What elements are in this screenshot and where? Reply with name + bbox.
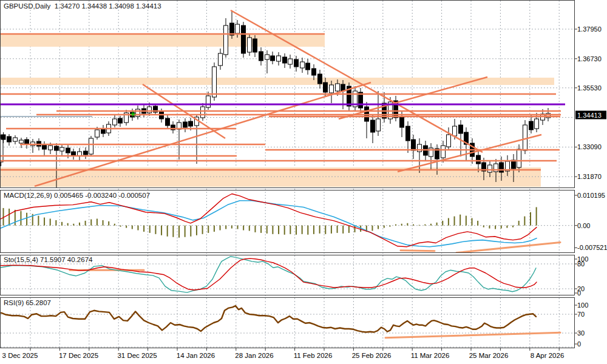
macd-histogram-bar (395, 224, 396, 226)
macd-histogram-bar (214, 226, 215, 232)
macd-histogram-bar (50, 218, 51, 225)
macd-histogram-bar (178, 226, 180, 238)
macd-histogram-bar (254, 226, 256, 232)
price-axis-label: 1.33090 (577, 143, 602, 150)
price-axis-label: 1.35530 (577, 84, 602, 92)
candle-bullish (288, 59, 293, 64)
macd-histogram-bar (407, 223, 408, 226)
macd-histogram-bar (120, 226, 121, 227)
rsi-axis-label: 70 (577, 311, 585, 318)
candle-bullish (13, 138, 18, 141)
candle-bearish (189, 121, 193, 126)
main-chart-title: GBPUSD,Daily 1.34270 1.34438 1.34098 1.3… (4, 2, 161, 10)
macd-histogram-bar (313, 226, 314, 234)
current-price-label: 1.34413 (577, 112, 602, 119)
candle-bearish (166, 118, 170, 126)
macd-histogram-bar (401, 224, 402, 226)
candle-bearish (7, 136, 12, 142)
candle-bearish (259, 52, 263, 61)
candle-bearish (242, 25, 246, 53)
macd-histogram-bar (132, 226, 133, 229)
macd-histogram-bar (266, 226, 268, 234)
candle-bearish (324, 83, 328, 92)
candle-bullish (95, 130, 100, 137)
macd-histogram-bar (337, 226, 338, 233)
macd-histogram-bar (155, 226, 156, 234)
candle-bullish (201, 107, 205, 118)
macd-histogram-bar (413, 224, 414, 226)
price-axis-label: 1.31870 (577, 173, 602, 180)
date-axis-label: 3 Dec 2025 (2, 352, 38, 359)
macd-histogram-bar (466, 216, 467, 226)
macd-histogram-bar (185, 226, 186, 237)
macd-histogram-bar (137, 226, 138, 231)
macd-histogram-bar (143, 226, 144, 232)
date-axis-label: 31 Dec 2025 (117, 352, 157, 359)
macd-histogram-bar (483, 226, 484, 228)
macd-histogram-bar (61, 222, 63, 226)
candle-bullish (277, 56, 281, 61)
candle-bearish (271, 56, 275, 61)
candle-bullish (49, 146, 53, 150)
candle-bearish (1, 135, 5, 140)
macd-histogram-bar (249, 226, 250, 231)
sto-axis-label: 80 (577, 260, 585, 268)
macd-histogram-bar (231, 226, 232, 229)
candle-bullish (535, 119, 539, 129)
candle-bullish (206, 96, 211, 107)
macd-histogram-bar (331, 226, 332, 234)
stochastic-title: Sto(15,5,4) 71.5907 40.2674 (4, 256, 92, 263)
candle-bearish (118, 118, 123, 123)
macd-histogram-bar (524, 217, 525, 226)
macd-histogram-bar (149, 226, 151, 233)
date-axis-label: 8 Apr 2026 (531, 352, 565, 359)
date-axis-label: 17 Dec 2025 (59, 352, 98, 359)
macd-histogram-bar (90, 219, 92, 225)
macd-axis-label: 0.00 (577, 222, 590, 229)
macd-histogram-bar (8, 209, 10, 226)
candle-bullish (488, 165, 492, 172)
candle-bearish (318, 74, 322, 84)
macd-histogram-bar (459, 215, 461, 226)
macd-histogram-bar (384, 226, 385, 228)
macd-histogram-bar (73, 224, 74, 226)
candle-bearish (459, 125, 463, 133)
macd-histogram-bar (419, 225, 420, 226)
macd-histogram-bar (97, 218, 98, 225)
macd-histogram-bar (296, 226, 297, 235)
macd-histogram-bar (284, 226, 285, 235)
candle-bearish (400, 116, 404, 127)
candle-bearish (312, 69, 316, 75)
macd-histogram-bar (354, 226, 356, 232)
candle-bearish (306, 63, 310, 70)
candle-bullish (441, 146, 446, 158)
macd-histogram-bar (454, 217, 455, 226)
candle-bullish (376, 119, 381, 131)
date-axis-label: 28 Jan 2026 (235, 352, 273, 359)
date-axis-label: 25 Mar 2026 (469, 352, 509, 359)
macd-histogram-bar (319, 226, 320, 234)
candle-bearish (371, 120, 375, 132)
candle-bearish (183, 122, 188, 127)
rsi-axis-label: 100 (577, 302, 588, 309)
macd-histogram-bar (536, 207, 537, 225)
macd-axis-label: 0.010195 (577, 192, 605, 199)
candle-bearish (283, 57, 287, 63)
macd-histogram-bar (290, 226, 291, 234)
candle-bearish (66, 148, 70, 153)
rsi-axis-label: 0 (577, 340, 581, 348)
macd-histogram-bar (85, 221, 86, 226)
sto-axis-label: 0 (577, 289, 581, 297)
macd-histogram-bar (237, 226, 239, 229)
candle-bullish (212, 67, 217, 97)
candle-bullish (447, 135, 451, 147)
rsi-axis-label: 30 (577, 329, 585, 337)
macd-histogram-bar (15, 210, 16, 226)
candle-bearish (55, 146, 59, 150)
macd-histogram-bar (448, 218, 449, 226)
macd-axis-label: -0.007521 (577, 244, 607, 251)
macd-histogram-bar (424, 224, 426, 226)
price-axis-label: 1.36730 (577, 55, 602, 62)
macd-histogram-bar (260, 226, 262, 233)
chart-canvas[interactable]: 1.379501.367301.355301.330901.318700.010… (0, 0, 607, 364)
